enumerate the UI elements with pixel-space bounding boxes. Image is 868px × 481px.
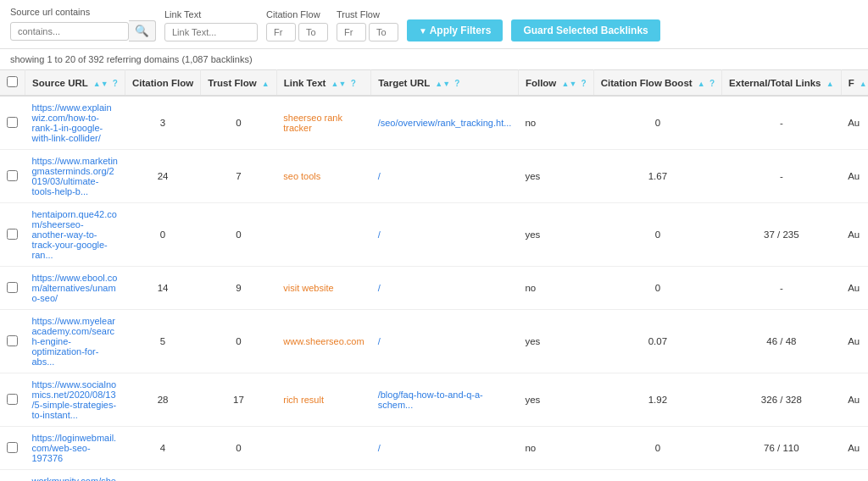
row-checkbox-cell[interactable] (0, 310, 25, 373)
trust-flow-cell: 0 (201, 470, 277, 482)
citation-flow-boost-sort-icon: ▲ (698, 80, 705, 88)
citation-flow-boost-cell: 0.01 (593, 470, 721, 482)
th-trust-flow-label: Trust Flow (208, 78, 257, 88)
table-body: https://www.explainwiz.com/how-to-rank-1… (0, 96, 868, 481)
row-checkbox-cell[interactable] (0, 267, 25, 310)
citation-flow-boost-cell: 0 (593, 96, 721, 150)
link-text-input[interactable] (164, 23, 258, 41)
follow-cell: yes (518, 203, 593, 267)
th-citation-flow[interactable]: Citation Flow (125, 70, 200, 97)
citation-flow-from-input[interactable] (266, 23, 296, 41)
select-all-checkbox[interactable] (7, 76, 18, 87)
row-checkbox[interactable] (7, 117, 18, 128)
row-checkbox-cell[interactable] (0, 373, 25, 427)
citation-flow-boost-cell: 0 (593, 427, 721, 470)
th-target-url[interactable]: Target URL ▲▼ ? (371, 70, 519, 97)
citation-flow-cell: 5 (125, 310, 200, 373)
th-follow-label: Follow (526, 78, 556, 88)
table-header-row: Source URL ▲▼ ? Citation Flow Trust Flow… (0, 70, 868, 97)
guard-backlinks-button[interactable]: Guard Selected Backlinks (511, 19, 659, 41)
trust-flow-cell: 0 (201, 427, 277, 470)
f-cell: Au (841, 96, 868, 150)
external-total-links-cell: 326 / 328 (722, 373, 842, 427)
source-url-link[interactable]: workmunity.com/sheerseo-another-way-to-t… (32, 476, 116, 481)
row-checkbox-cell[interactable] (0, 150, 25, 203)
target-url-sort-icon: ▲▼ (435, 80, 450, 88)
link-text-filter-label: Link Text (164, 9, 258, 19)
trust-flow-from-input[interactable] (337, 23, 366, 41)
f-cell: Jul (841, 470, 868, 482)
link-text-sort-icon: ▲▼ (331, 80, 347, 88)
citation-flow-boost-cell: 1.67 (593, 150, 721, 203)
source-url-link[interactable]: hentaiporn.que42.com/sheerseo-another-wa… (32, 209, 117, 260)
target-url-cell: / (371, 203, 519, 267)
select-all-checkbox-header[interactable] (0, 70, 25, 97)
row-checkbox-cell[interactable] (0, 427, 25, 470)
th-source-url[interactable]: Source URL ▲▼ ? (25, 70, 125, 97)
citation-flow-boost-cell: 0.07 (593, 310, 721, 373)
source-url-cell: https://loginwebmail.com/web-seo-197376 (25, 427, 125, 470)
target-url-cell: / (371, 427, 519, 470)
row-checkbox[interactable] (7, 394, 18, 405)
source-url-help-icon[interactable]: ? (113, 79, 118, 88)
source-url-cell: https://www.explainwiz.com/how-to-rank-1… (25, 96, 125, 150)
showing-info: showing 1 to 20 of 392 referring domains… (0, 49, 868, 69)
follow-cell: yes (518, 150, 593, 203)
source-url-link[interactable]: https://www.explainwiz.com/how-to-rank-1… (32, 102, 112, 143)
th-trust-flow[interactable]: Trust Flow ▲ (201, 70, 277, 97)
follow-cell: no (518, 267, 593, 310)
link-text-input-wrap (164, 23, 258, 41)
table-row: hentaiporn.que42.com/sheerseo-another-wa… (0, 203, 868, 267)
table-row: https://www.myelearacademy.com/search-en… (0, 310, 868, 373)
th-link-text[interactable]: Link Text ▲▼ ? (276, 70, 370, 97)
source-url-link[interactable]: https://www.ebool.com/alternatives/unamo… (32, 273, 118, 303)
row-checkbox[interactable] (7, 282, 18, 293)
row-checkbox[interactable] (7, 229, 18, 240)
citation-flow-boost-help-icon[interactable]: ? (709, 79, 715, 88)
row-checkbox[interactable] (7, 442, 18, 453)
row-checkbox[interactable] (7, 335, 18, 346)
follow-cell: no (518, 96, 593, 150)
citation-flow-cell: 4 (125, 427, 200, 470)
citation-flow-cell: 14 (125, 267, 200, 310)
th-f[interactable]: F ▲ (841, 70, 868, 97)
source-url-link[interactable]: https://loginwebmail.com/web-seo-197376 (32, 433, 117, 463)
follow-help-icon[interactable]: ? (581, 79, 587, 88)
follow-cell: no (518, 427, 593, 470)
external-total-links-cell: 37 / 235 (722, 203, 842, 267)
th-citation-flow-boost[interactable]: Citation Flow Boost ▲ ? (593, 70, 721, 97)
filter-bar: Source url contains 🔍 Link Text Citation… (0, 0, 868, 49)
link-text-cell: sheerseo (276, 470, 370, 482)
apply-filters-button[interactable]: Apply Filters (407, 19, 503, 41)
citation-flow-to-input[interactable] (298, 23, 328, 41)
th-citation-flow-label: Citation Flow (132, 78, 193, 88)
trust-flow-to-input[interactable] (369, 23, 398, 41)
f-cell: Au (841, 373, 868, 427)
f-cell: Au (841, 310, 868, 373)
source-url-link[interactable]: https://www.socialnomics.net/2020/08/13/… (32, 379, 117, 420)
link-text-help-icon[interactable]: ? (351, 79, 356, 88)
citation-flow-range (266, 23, 328, 41)
th-external-total-links[interactable]: External/Total Links ▲ (722, 70, 842, 97)
source-url-link[interactable]: https://www.marketingmasterminds.org/201… (32, 156, 118, 196)
source-url-input[interactable] (10, 22, 129, 41)
th-follow[interactable]: Follow ▲▼ ? (518, 70, 593, 97)
row-checkbox-cell[interactable] (0, 470, 25, 482)
target-url-cell: / (371, 267, 519, 310)
th-source-url-label: Source URL (32, 78, 88, 88)
trust-flow-cell: 17 (201, 373, 277, 427)
target-url-help-icon[interactable]: ? (454, 79, 459, 88)
citation-flow-cell: 28 (125, 373, 200, 427)
table-row: workmunity.com/sheerseo-another-way-to-t… (0, 470, 868, 482)
f-cell: Au (841, 203, 868, 267)
table-row: https://loginwebmail.com/web-seo-197376 … (0, 427, 868, 470)
trust-flow-cell: 0 (201, 310, 277, 373)
source-url-search-button[interactable]: 🔍 (129, 20, 156, 41)
row-checkbox-cell[interactable] (0, 96, 25, 150)
th-citation-flow-boost-label: Citation Flow Boost (601, 78, 693, 88)
row-checkbox-cell[interactable] (0, 203, 25, 267)
citation-flow-boost-cell: 1.92 (593, 373, 721, 427)
row-checkbox[interactable] (7, 170, 18, 181)
source-url-input-wrap: 🔍 (10, 20, 156, 41)
source-url-link[interactable]: https://www.myelearacademy.com/search-en… (32, 316, 115, 367)
